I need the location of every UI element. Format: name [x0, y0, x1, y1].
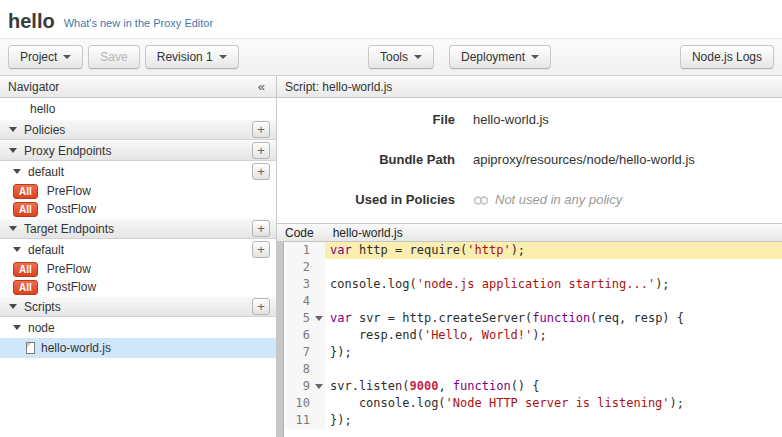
- nav-item-preflow[interactable]: AllPreFlow: [0, 260, 276, 278]
- revision-menu-button[interactable]: Revision 1: [145, 45, 239, 69]
- field-value: hello-world.js: [473, 112, 549, 128]
- navigator-header: Navigator «: [0, 76, 276, 98]
- condition-badge: All: [13, 262, 38, 277]
- expand-triangle-icon: [13, 247, 21, 252]
- code-line-2[interactable]: 2: [285, 259, 782, 276]
- code-text: var svr = http.createServer(function(req…: [325, 310, 782, 327]
- nav-item-label: hello-world.js: [41, 341, 111, 355]
- toolbar-right-group: Node.js Logs: [680, 45, 774, 69]
- line-number: 10: [285, 395, 312, 412]
- code-line-7[interactable]: 7});: [285, 344, 782, 361]
- line-number: 9: [285, 378, 312, 395]
- expand-triangle-icon: [13, 169, 21, 174]
- nav-item-target-endpoints[interactable]: Target Endpoints+: [0, 218, 276, 239]
- fold-spacer: [312, 395, 325, 412]
- link-icon: [473, 195, 489, 206]
- add-scripts-button[interactable]: +: [252, 298, 270, 315]
- line-number: 3: [285, 276, 312, 293]
- whats-new-link[interactable]: What's new in the Proxy Editor: [64, 17, 213, 29]
- condition-badge: All: [13, 202, 38, 217]
- field-row-file: Filehello-world.js: [277, 100, 782, 140]
- add-default-button[interactable]: +: [252, 241, 270, 258]
- code-line-6[interactable]: 6 resp.end('Hello, World!');: [285, 327, 782, 344]
- nav-item-scripts[interactable]: Scripts+: [0, 296, 276, 317]
- fold-spacer: [312, 242, 325, 259]
- caret-down-icon: [414, 55, 422, 59]
- code-editor[interactable]: 1var http = require('http');23console.lo…: [277, 242, 782, 437]
- navigator-title: Navigator: [8, 80, 59, 94]
- nav-item-label: default: [28, 243, 64, 257]
- tools-menu-button[interactable]: Tools: [368, 45, 434, 69]
- code-line-9[interactable]: 9svr.listen(9000, function() {: [285, 378, 782, 395]
- navigator-panel: Navigator « helloPolicies+Proxy Endpoint…: [0, 76, 277, 437]
- expand-triangle-icon: [9, 127, 17, 132]
- nav-item-default[interactable]: default+: [0, 239, 276, 260]
- code-line-4[interactable]: 4: [285, 293, 782, 310]
- code-line-11[interactable]: 11});: [285, 412, 782, 429]
- code-text: [325, 259, 782, 276]
- line-number: 4: [285, 293, 312, 310]
- deployment-menu-button[interactable]: Deployment: [449, 45, 551, 69]
- fold-spacer: [312, 293, 325, 310]
- script-detail-title: Script: hello-world.js: [285, 80, 392, 94]
- condition-badge: All: [13, 184, 38, 199]
- code-filename: hello-world.js: [333, 226, 403, 240]
- nav-item-label: Proxy Endpoints: [24, 144, 111, 158]
- add-proxy-endpoints-button[interactable]: +: [252, 142, 270, 159]
- nav-item-hello[interactable]: hello: [0, 98, 276, 119]
- nav-item-hello-world-js[interactable]: hello-world.js: [0, 338, 276, 358]
- proxy-editor-app: hello What's new in the Proxy Editor Pro…: [0, 0, 782, 437]
- fold-arrow-icon[interactable]: [312, 310, 325, 327]
- nav-item-policies[interactable]: Policies+: [0, 119, 276, 140]
- field-row-used-in-policies: Used in PoliciesNot used in any policy: [277, 180, 782, 220]
- nav-item-preflow[interactable]: AllPreFlow: [0, 182, 276, 200]
- field-row-bundle-path: Bundle Pathapiproxy/resources/node/hello…: [277, 140, 782, 180]
- nav-item-node[interactable]: node: [0, 317, 276, 338]
- nav-item-label: PostFlow: [47, 202, 96, 216]
- nodejs-logs-button[interactable]: Node.js Logs: [680, 45, 774, 69]
- fold-arrow-icon[interactable]: [312, 378, 325, 395]
- nav-item-label: node: [28, 321, 55, 335]
- add-target-endpoints-button[interactable]: +: [252, 220, 270, 237]
- code-line-5[interactable]: 5var svr = http.createServer(function(re…: [285, 310, 782, 327]
- toolbar-left-group: Project Save Revision 1: [8, 45, 239, 69]
- code-tab[interactable]: Code: [285, 226, 314, 240]
- code-line-10[interactable]: 10 console.log('Node HTTP server is list…: [285, 395, 782, 412]
- field-value: Not used in any policy: [473, 192, 622, 208]
- code-line-8[interactable]: 8: [285, 361, 782, 378]
- toolbar-center-group: Tools Deployment: [368, 45, 551, 69]
- line-number: 1: [285, 242, 312, 259]
- tools-menu-label: Tools: [380, 50, 408, 64]
- revision-menu-label: Revision 1: [157, 50, 213, 64]
- caret-down-icon: [531, 55, 539, 59]
- collapse-navigator-button[interactable]: «: [255, 79, 268, 94]
- add-default-button[interactable]: +: [252, 163, 270, 180]
- nav-item-postflow[interactable]: AllPostFlow: [0, 278, 276, 296]
- save-button[interactable]: Save: [88, 45, 139, 69]
- fold-spacer: [312, 344, 325, 361]
- code-line-3[interactable]: 3console.log('node.js application starti…: [285, 276, 782, 293]
- condition-badge: All: [13, 280, 38, 295]
- nav-item-label: Scripts: [24, 300, 61, 314]
- code-line-1[interactable]: 1var http = require('http');: [285, 242, 782, 259]
- nav-item-default[interactable]: default+: [0, 161, 276, 182]
- page-title: hello: [8, 10, 55, 33]
- nav-item-proxy-endpoints[interactable]: Proxy Endpoints+: [0, 140, 276, 161]
- nav-item-label: Target Endpoints: [24, 222, 114, 236]
- code-text: console.log('node.js application startin…: [325, 276, 782, 293]
- project-menu-label: Project: [20, 50, 57, 64]
- nav-item-postflow[interactable]: AllPostFlow: [0, 200, 276, 218]
- expand-triangle-icon: [9, 304, 17, 309]
- editor-scrollbar[interactable]: [277, 242, 284, 437]
- nav-item-label: hello: [30, 102, 55, 116]
- project-menu-button[interactable]: Project: [8, 45, 83, 69]
- line-number: 11: [285, 412, 312, 429]
- line-number: 8: [285, 361, 312, 378]
- line-number: 2: [285, 259, 312, 276]
- line-number: 5: [285, 310, 312, 327]
- add-policies-button[interactable]: +: [252, 121, 270, 138]
- line-number: 6: [285, 327, 312, 344]
- line-number: 7: [285, 344, 312, 361]
- field-label: Bundle Path: [277, 152, 455, 168]
- field-label: Used in Policies: [277, 192, 455, 208]
